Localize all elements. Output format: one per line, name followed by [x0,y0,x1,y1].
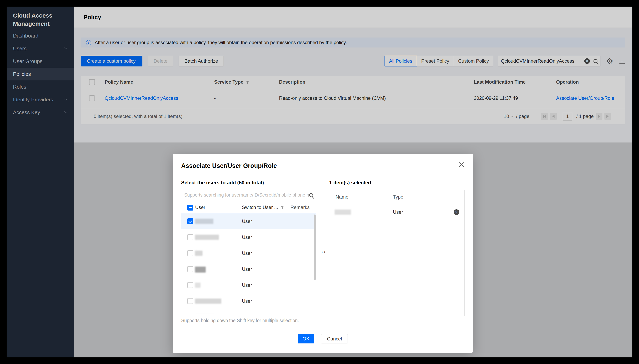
user-row-partial[interactable] [181,309,316,314]
redacted-username [195,219,213,224]
redacted-username [195,282,201,288]
user-row[interactable]: User [181,213,316,229]
modal-title: Associate User/User Group/Role [181,162,277,170]
user-checkbox[interactable] [187,282,193,288]
user-checkbox[interactable] [187,250,193,256]
user-search-input[interactable] [184,192,309,198]
search-icon[interactable] [309,193,313,197]
redacted-username [195,298,221,304]
multi-select-hint: Supports holding down the Shift key for … [181,318,299,323]
column-name: Name [336,194,348,200]
user-row[interactable]: User [181,229,316,245]
ok-button[interactable]: OK [298,334,314,344]
user-type: User [242,250,252,256]
close-icon[interactable] [458,159,465,170]
switch-type-dropdown[interactable]: Switch to User ... [242,204,284,210]
user-row[interactable]: User [181,261,316,277]
redacted-username [195,251,203,256]
user-checkbox[interactable] [187,218,193,224]
user-checkbox[interactable] [187,298,193,304]
user-type: User [242,266,252,272]
scrollbar-thumb[interactable] [313,214,315,280]
user-list: User User User User User User [181,213,316,314]
redacted-username [195,235,219,240]
redacted-username [195,266,206,272]
cancel-button[interactable]: Cancel [321,334,348,344]
filter-icon [280,206,284,209]
remove-selected-icon[interactable] [454,209,459,215]
selected-panel: Name Type User [329,190,465,316]
resize-handle-icon[interactable] [320,247,327,254]
user-list-header: User Switch to User ... Remarks [181,202,316,213]
user-type: User [242,218,252,224]
selected-list-header: Name Type [330,190,464,204]
user-checkbox[interactable] [187,234,193,240]
user-row[interactable]: User [181,277,316,293]
user-search-box [181,190,316,200]
modal-footer: OK Cancel [173,334,473,344]
user-checkbox[interactable] [187,266,193,272]
switch-type-label: Switch to User ... [242,204,278,210]
select-all-users-checkbox[interactable] [187,205,193,210]
selected-type: User [393,209,403,215]
column-user: User [195,204,205,210]
column-remarks: Remarks [290,204,309,210]
redacted-username [335,210,351,215]
user-type: User [242,298,252,304]
left-panel-heading: Select the users to add (50 in total). [181,180,265,186]
selected-count-heading: 1 item(s) selected [329,180,371,186]
user-type: User [242,282,252,288]
column-type: Type [393,194,403,200]
associate-modal: Associate User/User Group/Role Select th… [173,154,473,352]
user-type: User [242,234,252,240]
user-row[interactable]: User [181,245,316,261]
user-row[interactable]: User [181,293,316,309]
selected-row: User [330,204,464,220]
